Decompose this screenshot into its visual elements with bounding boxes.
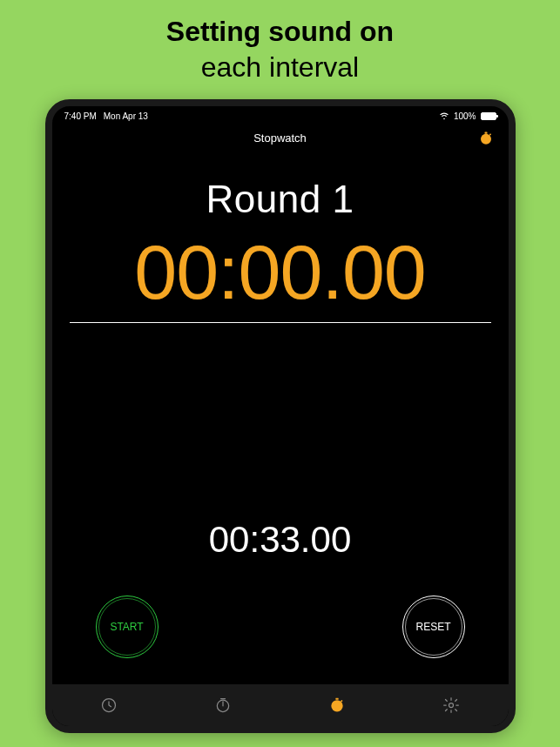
svg-point-5 bbox=[331, 700, 342, 711]
promo-text: Setting sound on each interval bbox=[166, 16, 394, 84]
promo-line-1: Setting sound on bbox=[166, 16, 394, 48]
status-time: 7:40 PM bbox=[64, 111, 97, 121]
divider bbox=[70, 322, 491, 323]
svg-rect-6 bbox=[335, 698, 338, 700]
tab-settings[interactable] bbox=[396, 684, 506, 726]
tab-timer[interactable] bbox=[168, 684, 278, 726]
tablet-frame: 7:40 PM Mon Apr 13 100% Stopwatch Round … bbox=[45, 99, 516, 733]
controls-row: START RESET bbox=[70, 596, 491, 684]
main-timer: 00:00.00 bbox=[134, 228, 426, 317]
status-bar: 7:40 PM Mon Apr 13 100% bbox=[52, 106, 509, 126]
start-button-label: START bbox=[110, 621, 143, 633]
main-content: Round 1 00:00.00 00:33.00 START RESET bbox=[52, 153, 509, 684]
svg-point-0 bbox=[481, 133, 491, 144]
svg-point-8 bbox=[449, 703, 454, 708]
start-button[interactable]: START bbox=[96, 596, 159, 658]
tab-bar bbox=[52, 684, 509, 726]
battery-icon bbox=[481, 112, 496, 120]
battery-percent: 100% bbox=[454, 111, 476, 121]
stopwatch-icon[interactable] bbox=[477, 130, 495, 147]
reset-button[interactable]: RESET bbox=[402, 596, 465, 658]
round-label: Round 1 bbox=[206, 178, 354, 221]
svg-rect-1 bbox=[484, 131, 487, 133]
tab-stopwatch[interactable] bbox=[282, 684, 392, 726]
page-title: Stopwatch bbox=[253, 131, 307, 145]
reset-button-label: RESET bbox=[415, 621, 450, 633]
status-date: Mon Apr 13 bbox=[104, 111, 148, 121]
tab-clock[interactable] bbox=[54, 684, 164, 726]
app-header: Stopwatch bbox=[52, 126, 509, 153]
wifi-icon bbox=[439, 111, 449, 121]
promo-line-2: each interval bbox=[166, 51, 394, 84]
sub-timer: 00:33.00 bbox=[209, 519, 352, 561]
